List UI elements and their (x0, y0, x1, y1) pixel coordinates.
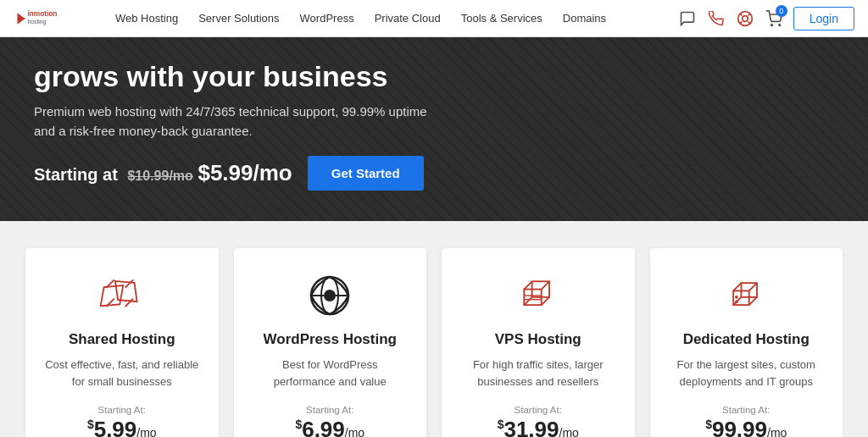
svg-line-9 (740, 21, 742, 23)
vps-hosting-title: VPS Hosting (495, 331, 581, 348)
svg-line-17 (125, 299, 132, 307)
cart-count: 0 (776, 5, 787, 17)
svg-rect-12 (100, 286, 123, 307)
hero-section: grows with your business Premium web hos… (0, 37, 868, 221)
nav-web-hosting[interactable]: Web Hosting (107, 8, 186, 28)
svg-line-15 (125, 280, 132, 288)
wordpress-hosting-starting-at: Starting At: (306, 405, 353, 415)
chat-icon[interactable] (678, 9, 697, 28)
dedicated-hosting-desc: For the largest sites, custom deployment… (669, 357, 825, 390)
hero-price-row: Starting at $10.99/mo $5.99/mo Get Start… (34, 156, 834, 191)
dedicated-hosting-icon (722, 272, 770, 319)
svg-line-6 (740, 14, 742, 15)
svg-line-7 (748, 21, 749, 23)
vps-hosting-price: $31.99/mo (498, 417, 579, 437)
shared-hosting-icon (98, 272, 146, 319)
nav-links: Web Hosting Server Solutions WordPress P… (107, 8, 678, 28)
hero-price-block: Starting at $10.99/mo $5.99/mo (34, 160, 292, 186)
svg-line-32 (733, 284, 741, 291)
wordpress-hosting-card: WordPress Hosting Best for WordPress per… (234, 248, 427, 437)
support-icon[interactable] (736, 9, 754, 28)
svg-line-33 (749, 284, 757, 291)
get-started-button[interactable]: Get Started (308, 156, 424, 191)
shared-hosting-card: Shared Hosting Cost effective, fast, and… (25, 248, 219, 437)
nav-wordpress[interactable]: WordPress (292, 8, 363, 28)
nav-server-solutions[interactable]: Server Solutions (190, 8, 287, 28)
vps-hosting-desc: For high traffic sites, larger businesse… (460, 357, 616, 390)
wordpress-hosting-title: WordPress Hosting (264, 331, 397, 348)
svg-text:inmotion: inmotion (28, 10, 58, 18)
svg-point-37 (735, 301, 738, 304)
main-nav: inmotion hosting Web Hosting Server Solu… (0, 0, 868, 37)
logo[interactable]: inmotion hosting (14, 5, 90, 32)
svg-point-10 (771, 24, 772, 25)
shared-hosting-title: Shared Hosting (69, 331, 175, 348)
vps-hosting-icon (515, 272, 562, 319)
svg-line-8 (748, 14, 749, 15)
login-button[interactable]: Login (793, 7, 854, 30)
hero-new-price: $5.99/mo (198, 160, 292, 185)
wordpress-hosting-icon (306, 272, 353, 319)
svg-line-26 (524, 297, 531, 305)
nav-tools-services[interactable]: Tools & Services (453, 8, 551, 28)
vps-hosting-card: VPS Hosting For high traffic sites, larg… (442, 248, 635, 437)
nav-icon-group: 0 (678, 9, 783, 28)
shared-hosting-starting-at: Starting At: (98, 405, 146, 415)
dedicated-hosting-title: Dedicated Hosting (683, 331, 810, 348)
wordpress-hosting-price: $6.99/mo (295, 417, 364, 437)
vps-hosting-starting-at: Starting At: (515, 405, 562, 415)
nav-private-cloud[interactable]: Private Cloud (366, 8, 449, 28)
wordpress-hosting-desc: Best for WordPress performance and value (253, 357, 409, 390)
dedicated-hosting-price: $99.99/mo (705, 417, 787, 437)
svg-line-24 (524, 282, 531, 290)
svg-point-11 (779, 24, 781, 25)
dedicated-hosting-starting-at: Starting At: (722, 405, 770, 415)
phone-icon[interactable] (707, 9, 726, 28)
svg-line-35 (749, 297, 757, 305)
svg-text:hosting: hosting (28, 19, 47, 25)
cart-icon[interactable]: 0 (765, 9, 783, 28)
shared-hosting-price: $5.99/mo (87, 417, 157, 437)
hero-title: grows with your business (34, 61, 834, 92)
hero-subtitle: Premium web hosting with 24/7/365 techni… (34, 102, 441, 141)
hero-old-price: $10.99/mo (127, 169, 192, 183)
hosting-cards: Shared Hosting Cost effective, fast, and… (0, 221, 868, 437)
dedicated-hosting-card: Dedicated Hosting For the largest sites,… (650, 248, 843, 437)
svg-point-36 (735, 296, 738, 299)
shared-hosting-desc: Cost effective, fast, and reliable for s… (44, 357, 200, 390)
hero-starting-label: Starting at (34, 165, 118, 184)
nav-domains[interactable]: Domains (554, 8, 615, 28)
svg-line-25 (541, 282, 548, 290)
svg-line-27 (541, 297, 548, 305)
svg-point-5 (742, 15, 748, 21)
svg-rect-13 (115, 281, 137, 301)
